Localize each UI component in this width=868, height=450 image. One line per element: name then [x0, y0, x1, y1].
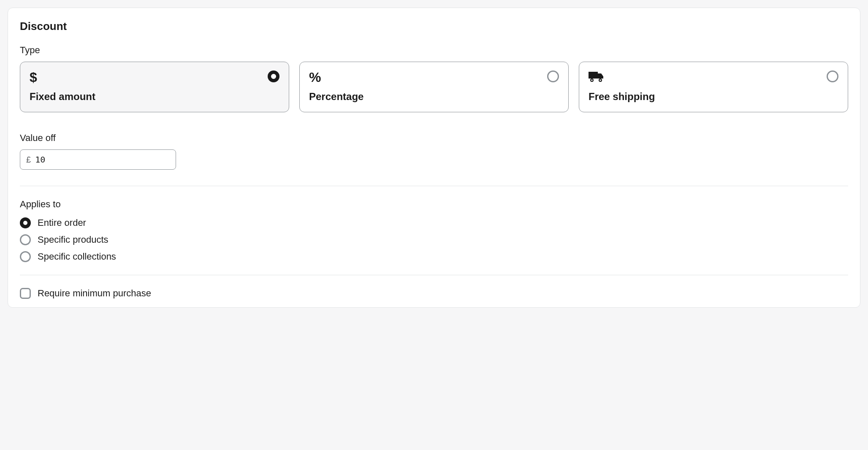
applies-to-label: Applies to [20, 199, 848, 210]
type-option-percentage[interactable]: % Percentage [299, 62, 569, 112]
type-option-free-shipping[interactable]: Free shipping [579, 62, 848, 112]
value-off-input[interactable] [35, 155, 170, 165]
applies-to-options: Entire order Specific products Specific … [20, 217, 848, 262]
radio-indicator [20, 251, 31, 262]
radio-indicator [547, 70, 559, 82]
discount-card: Discount Type $ Fixed amount % Percentag… [8, 8, 860, 308]
value-off-section: Value off £ [20, 133, 848, 170]
require-minimum-checkbox[interactable]: Require minimum purchase [20, 288, 848, 299]
checkbox-box [20, 288, 31, 299]
svg-point-4 [599, 79, 601, 81]
radio-indicator [20, 234, 31, 245]
truck-icon [589, 70, 838, 84]
radio-indicator [268, 70, 279, 82]
divider [20, 275, 848, 275]
applies-option-specific-products[interactable]: Specific products [20, 234, 848, 245]
type-option-label: Free shipping [589, 91, 838, 103]
value-off-label: Value off [20, 133, 848, 144]
applies-option-label: Specific products [38, 234, 108, 245]
divider [20, 186, 848, 186]
type-option-label: Fixed amount [30, 91, 279, 103]
require-minimum-label: Require minimum purchase [38, 288, 151, 299]
card-title: Discount [20, 20, 848, 33]
svg-rect-0 [589, 72, 598, 79]
radio-indicator [20, 217, 31, 228]
applies-option-specific-collections[interactable]: Specific collections [20, 251, 848, 262]
type-option-fixed-amount[interactable]: $ Fixed amount [20, 62, 289, 112]
radio-indicator [827, 70, 838, 82]
dollar-icon: $ [30, 70, 279, 84]
applies-option-entire-order[interactable]: Entire order [20, 217, 848, 228]
type-option-label: Percentage [309, 91, 559, 103]
applies-to-section: Applies to Entire order Specific product… [20, 199, 848, 262]
currency-prefix: £ [26, 155, 31, 165]
applies-option-label: Entire order [38, 217, 86, 228]
type-label: Type [20, 45, 848, 56]
svg-point-2 [591, 79, 593, 81]
value-off-input-wrap[interactable]: £ [20, 149, 176, 170]
applies-option-label: Specific collections [38, 251, 116, 262]
percent-icon: % [309, 70, 559, 84]
type-options: $ Fixed amount % Percentage Free shippin… [20, 62, 848, 112]
